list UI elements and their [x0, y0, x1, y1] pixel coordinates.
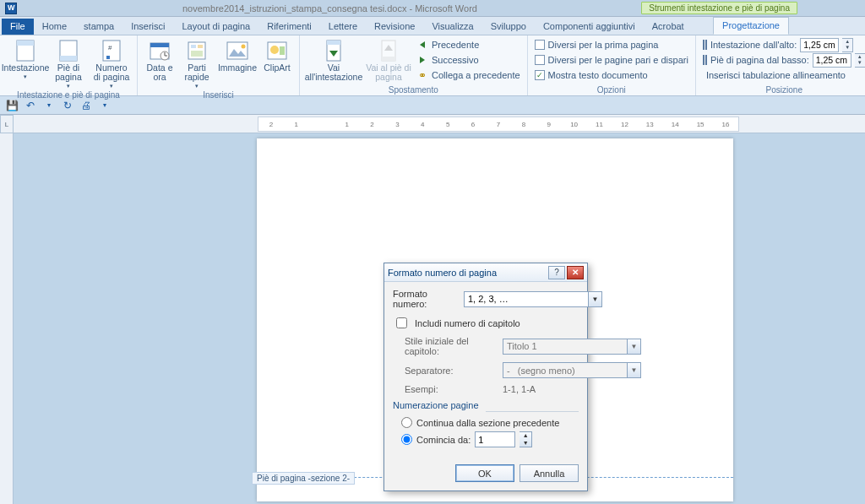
legend-divider [486, 411, 579, 412]
svg-rect-14 [198, 45, 203, 48]
number-format-value[interactable] [464, 291, 588, 307]
header-from-top-row: Intestazione dall'alto: ▲▼ [701, 37, 865, 52]
start-at-stepper[interactable]: ▲▼ [520, 431, 532, 447]
ruler-horizontal[interactable]: 2112345678910111213141516 [14, 115, 865, 133]
dropdown-caret-icon: ▾ [24, 73, 27, 80]
tab-stop-indicator: L [5, 121, 8, 128]
tab-revisione[interactable]: Revisione [366, 19, 423, 35]
header-from-top-input[interactable] [800, 38, 839, 52]
link-previous-button[interactable]: ⚭ Collega a precedente [415, 68, 522, 83]
clipart-button[interactable]: ClipArt [260, 37, 294, 73]
stepper[interactable]: ▲▼ [855, 53, 865, 68]
different-oddeven-check[interactable]: ✓ Diversi per le pagine pari e dispari [533, 52, 690, 68]
include-chapter-checkbox[interactable] [396, 317, 407, 328]
page-number-format-dialog: Formato numero di pagina ? ✕ Formato num… [384, 263, 588, 491]
different-oddeven-label: Diversi per le pagine pari e dispari [548, 55, 688, 65]
footer-label: Piè di pagina [48, 63, 89, 82]
dropdown-caret-icon: ▾ [110, 83, 113, 89]
document-viewport: L 2112345678910111213141516 Piè di pagin… [0, 115, 865, 504]
group-navigation: Vai all'intestazione Vai al piè di pagin… [300, 35, 528, 95]
show-doc-text-check[interactable]: ✓ Mostra testo documento [533, 68, 690, 83]
goto-footer-icon [376, 39, 401, 62]
tab-riferimenti[interactable]: Riferimenti [258, 19, 320, 35]
cancel-button[interactable]: Annulla [520, 464, 579, 482]
insert-alignment-tab-button[interactable]: Inserisci tabulazione allineamento [701, 68, 865, 83]
svg-rect-21 [280, 46, 285, 55]
tab-progettazione[interactable]: Progettazione [713, 17, 789, 35]
svg-point-18 [242, 45, 246, 49]
checkbox-icon: ✓ [535, 55, 545, 65]
tab-inserisci[interactable]: Inserisci [122, 19, 173, 35]
undo-button[interactable]: ↶ [24, 99, 37, 112]
dropdown-caret-icon: ▾ [67, 83, 70, 89]
ribbon: Intestazione ▾ Piè di pagina ▾ # Numero … [0, 35, 865, 96]
previous-section-button[interactable]: Precedente [415, 37, 522, 52]
tab-lettere[interactable]: Lettere [320, 19, 366, 35]
chevron-down-icon: ▼ [627, 339, 641, 355]
tab-visualizza[interactable]: Visualizza [423, 19, 481, 35]
ok-button[interactable]: OK [455, 464, 514, 482]
dialog-titlebar[interactable]: Formato numero di pagina ? ✕ [384, 263, 587, 282]
footer-distance-icon [703, 55, 707, 65]
footer-button[interactable]: Piè di pagina ▾ [48, 37, 89, 89]
dropdown-caret-icon: ▾ [195, 83, 199, 89]
ruler-scale: 2112345678910111213141516 [258, 117, 739, 132]
stepper[interactable]: ▲▼ [842, 38, 853, 52]
redo-button[interactable]: ↻ [61, 99, 74, 112]
print-preview-button[interactable]: 🖨 [79, 99, 93, 112]
svg-rect-3 [60, 56, 77, 61]
footer-from-bottom-input[interactable] [813, 53, 851, 68]
svg-rect-26 [382, 57, 395, 61]
page-number-button[interactable]: # Numero di pagina ▾ [91, 37, 132, 89]
next-icon [416, 54, 428, 66]
ribbon-tabs: File Home stampa Inserisci Layout di pag… [0, 17, 865, 35]
next-label: Successivo [432, 55, 479, 65]
tab-componenti[interactable]: Componenti aggiuntivi [535, 19, 644, 35]
help-button[interactable]: ? [548, 266, 565, 279]
svg-rect-1 [17, 41, 34, 46]
tab-home[interactable]: Home [34, 19, 75, 35]
dialog-body: Formato numero: ▼ Includi numero di capi… [384, 282, 587, 459]
customize-qat-dropdown[interactable]: ▾ [98, 99, 112, 112]
group-label: Spostamento [305, 84, 522, 95]
svg-rect-6 [106, 56, 110, 59]
continue-from-previous-radio[interactable]: Continua dalla sezione precedente [401, 417, 579, 428]
start-at-radio[interactable]: Comincia da: ▲▼ [401, 431, 579, 447]
chapter-style-label: Stile iniziale del capitolo: [405, 336, 498, 356]
svg-point-20 [270, 46, 279, 54]
next-section-button[interactable]: Successivo [415, 52, 522, 68]
checkbox-checked-icon: ✓ [535, 70, 545, 80]
close-dialog-button[interactable]: ✕ [567, 266, 584, 279]
footer-from-bottom-row: Piè di pagina dal basso: ▲▼ [701, 52, 865, 68]
start-at-input[interactable] [475, 431, 515, 447]
number-format-combo[interactable]: ▼ [464, 291, 602, 307]
group-insert: Data e ora Parti rapide ▾ Immagine Clip [138, 35, 300, 95]
header-from-top-label: Intestazione dall'alto: [710, 40, 797, 50]
word-icon [5, 3, 17, 14]
chevron-down-icon[interactable]: ▼ [588, 291, 602, 307]
svg-rect-15 [191, 51, 203, 57]
radio-input[interactable] [401, 434, 412, 445]
clipart-icon [264, 39, 290, 62]
header-button[interactable]: Intestazione ▾ [5, 37, 46, 80]
group-options: ✓ Diversi per la prima pagina ✓ Diversi … [528, 35, 696, 95]
goto-header-button[interactable]: Vai all'intestazione [305, 37, 362, 82]
svg-text:#: # [108, 44, 112, 51]
ruler-vertical[interactable] [0, 133, 14, 504]
image-button[interactable]: Immagine [217, 37, 258, 73]
datetime-label: Data e ora [143, 63, 177, 82]
ruler-corner[interactable]: L [0, 115, 14, 133]
radio-input[interactable] [401, 417, 412, 428]
tab-stampa[interactable]: stampa [75, 19, 122, 35]
tab-layout[interactable]: Layout di pagina [174, 19, 259, 35]
tab-sviluppo[interactable]: Sviluppo [482, 19, 535, 35]
save-button[interactable]: 💾 [5, 99, 19, 112]
undo-dropdown[interactable]: ▾ [42, 99, 56, 112]
tab-file[interactable]: File [2, 19, 34, 35]
tab-acrobat[interactable]: Acrobat [644, 19, 693, 35]
dialog-title-text: Formato numero di pagina [388, 268, 497, 278]
datetime-button[interactable]: Data e ora [143, 37, 177, 82]
different-first-page-check[interactable]: ✓ Diversi per la prima pagina [533, 37, 690, 52]
quickparts-button[interactable]: Parti rapide ▾ [179, 37, 215, 89]
page-number-label: Numero di pagina [91, 63, 132, 82]
